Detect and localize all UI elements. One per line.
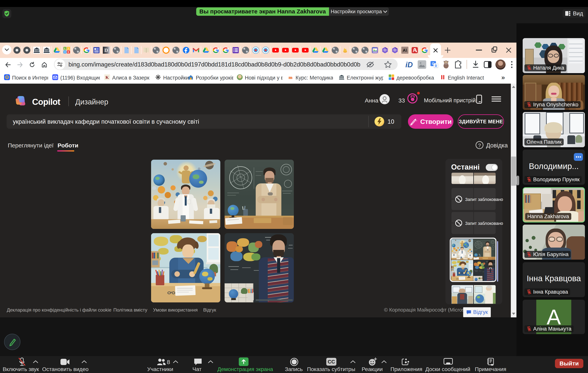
svg-text:E: E: [68, 51, 69, 53]
svg-text:m: m: [289, 75, 293, 80]
svg-text:I: I: [68, 47, 69, 50]
svg-text:V: V: [64, 51, 66, 53]
svg-text:K: K: [105, 75, 109, 80]
svg-text:L: L: [64, 47, 65, 50]
svg-text:D: D: [105, 47, 108, 53]
svg-text:文: 文: [434, 64, 438, 67]
svg-text:A\: A\: [403, 48, 407, 53]
